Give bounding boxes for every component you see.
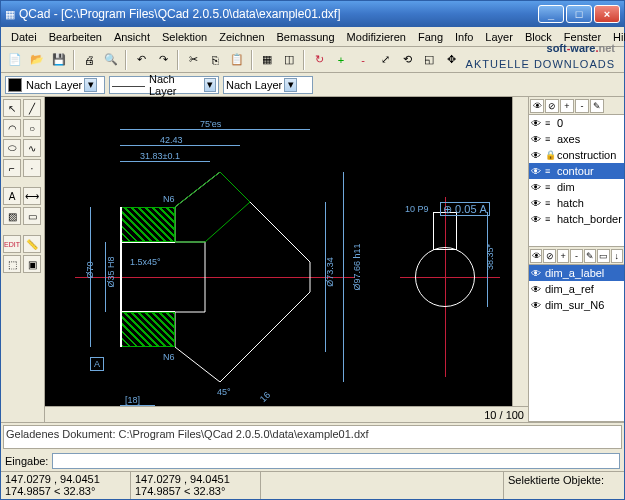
ellipse-tool[interactable]: ⬭ bbox=[3, 139, 21, 157]
select-tool[interactable]: ⬚ bbox=[3, 255, 21, 273]
menu-datei[interactable]: Datei bbox=[5, 29, 43, 45]
menu-modifizieren[interactable]: Modifizieren bbox=[341, 29, 412, 45]
zoom-window-icon[interactable]: ◱ bbox=[419, 50, 439, 70]
dim-42: 42.43 bbox=[160, 135, 183, 145]
edit-layer-icon[interactable]: ✎ bbox=[590, 99, 604, 113]
lineweight-label: Nach Layer bbox=[226, 79, 282, 91]
hide-all-blocks-icon[interactable]: ⊘ bbox=[543, 249, 555, 263]
block-tool[interactable]: ▣ bbox=[23, 255, 41, 273]
zoom-pan-icon[interactable]: ✥ bbox=[441, 50, 461, 70]
polyline-tool[interactable]: ⌐ bbox=[3, 159, 21, 177]
circle-tool[interactable]: ○ bbox=[23, 119, 41, 137]
menu-selektion[interactable]: Selektion bbox=[156, 29, 213, 45]
image-tool[interactable]: ▭ bbox=[23, 207, 41, 225]
menu-bemassung[interactable]: Bemassung bbox=[271, 29, 341, 45]
layer-row[interactable]: 👁≡hatch bbox=[529, 195, 624, 211]
eye-icon: 👁 bbox=[531, 118, 543, 129]
menu-fenster[interactable]: Fenster bbox=[558, 29, 607, 45]
block-row[interactable]: 👁dim_sur_N6 bbox=[529, 297, 624, 313]
grid-icon[interactable]: ▦ bbox=[257, 50, 277, 70]
block-row[interactable]: 👁dim_a_label bbox=[529, 265, 624, 281]
zoom-prev-icon[interactable]: ⟲ bbox=[397, 50, 417, 70]
zoom-auto-icon[interactable]: ⤢ bbox=[375, 50, 395, 70]
lineweight-combo[interactable]: Nach Layer ▾ bbox=[223, 76, 313, 94]
add-block-icon[interactable]: + bbox=[557, 249, 569, 263]
menu-layer[interactable]: Layer bbox=[479, 29, 519, 45]
layer-row[interactable]: 👁≡hatch_border bbox=[529, 211, 624, 227]
command-input[interactable] bbox=[52, 453, 620, 469]
layer-row[interactable]: 👁≡dim bbox=[529, 179, 624, 195]
remove-layer-icon[interactable]: - bbox=[575, 99, 589, 113]
layer-name: dim bbox=[557, 181, 575, 193]
dim-line bbox=[120, 145, 240, 146]
insert-block-icon[interactable]: ↓ bbox=[611, 249, 623, 263]
menu-info[interactable]: Info bbox=[449, 29, 479, 45]
line-tool[interactable]: ╱ bbox=[23, 99, 41, 117]
arc-tool[interactable]: ◠ bbox=[3, 119, 21, 137]
layer-row[interactable]: 👁🔒construction bbox=[529, 147, 624, 163]
zoom-redraw-icon[interactable]: ↻ bbox=[309, 50, 329, 70]
minimize-button[interactable]: _ bbox=[538, 5, 564, 23]
svg-marker-0 bbox=[175, 172, 310, 382]
dim-dia97: Ø97.66 h11 bbox=[352, 243, 362, 290]
eye-icon: 👁 bbox=[531, 284, 543, 295]
layer-row[interactable]: 👁≡axes bbox=[529, 131, 624, 147]
add-layer-icon[interactable]: + bbox=[560, 99, 574, 113]
eye-icon: 👁 bbox=[531, 214, 543, 225]
show-all-blocks-icon[interactable]: 👁 bbox=[530, 249, 542, 263]
menubar: Datei Bearbeiten Ansicht Selektion Zeich… bbox=[1, 27, 624, 47]
hide-all-icon[interactable]: ⊘ bbox=[545, 99, 559, 113]
new-icon[interactable]: 📄 bbox=[5, 50, 25, 70]
eye-icon: 👁 bbox=[531, 268, 543, 279]
copy-icon[interactable]: ⎘ bbox=[205, 50, 225, 70]
menu-zeichnen[interactable]: Zeichnen bbox=[213, 29, 270, 45]
edit-tool[interactable]: EDIT bbox=[3, 235, 21, 253]
menu-fang[interactable]: Fang bbox=[412, 29, 449, 45]
lock-icon: ≡ bbox=[545, 214, 555, 224]
zoom-out-icon[interactable]: - bbox=[353, 50, 373, 70]
edit-block-icon[interactable]: ▭ bbox=[597, 249, 609, 263]
dim-tool[interactable]: ⟷ bbox=[23, 187, 41, 205]
measure-tool[interactable]: 📏 bbox=[23, 235, 41, 253]
point-tool[interactable]: · bbox=[23, 159, 41, 177]
scrollbar-horizontal[interactable]: 10 / 100 bbox=[45, 406, 528, 422]
menu-block[interactable]: Block bbox=[519, 29, 558, 45]
show-all-icon[interactable]: 👁 bbox=[530, 99, 544, 113]
print-preview-icon[interactable]: 🔍 bbox=[101, 50, 121, 70]
lock-icon: ≡ bbox=[545, 118, 555, 128]
zoom-in-icon[interactable]: + bbox=[331, 50, 351, 70]
color-combo[interactable]: Nach Layer ▾ bbox=[5, 76, 105, 94]
spline-tool[interactable]: ∿ bbox=[23, 139, 41, 157]
layer-row[interactable]: 👁≡0 bbox=[529, 115, 624, 131]
dim-chamfer: 1.5x45° bbox=[130, 257, 161, 267]
layer-row[interactable]: 👁≡contour bbox=[529, 163, 624, 179]
remove-block-icon[interactable]: - bbox=[570, 249, 582, 263]
print-icon[interactable]: 🖨 bbox=[79, 50, 99, 70]
svg-marker-1 bbox=[175, 172, 250, 242]
eye-icon: 👁 bbox=[531, 198, 543, 209]
dim-line bbox=[120, 161, 210, 162]
paste-icon[interactable]: 📋 bbox=[227, 50, 247, 70]
lock-icon: ≡ bbox=[545, 198, 555, 208]
open-icon[interactable]: 📂 bbox=[27, 50, 47, 70]
redo-icon[interactable]: ↷ bbox=[153, 50, 173, 70]
undo-icon[interactable]: ↶ bbox=[131, 50, 151, 70]
status-selection: Selektierte Objekte: bbox=[504, 472, 624, 499]
linetype-combo[interactable]: ——— Nach Layer ▾ bbox=[109, 76, 219, 94]
pointer-tool[interactable]: ↖ bbox=[3, 99, 21, 117]
scrollbar-vertical[interactable] bbox=[512, 97, 528, 406]
hatch-tool[interactable]: ▨ bbox=[3, 207, 21, 225]
close-button[interactable]: × bbox=[594, 5, 620, 23]
rename-block-icon[interactable]: ✎ bbox=[584, 249, 596, 263]
menu-bearbeiten[interactable]: Bearbeiten bbox=[43, 29, 108, 45]
draft-icon[interactable]: ◫ bbox=[279, 50, 299, 70]
menu-ansicht[interactable]: Ansicht bbox=[108, 29, 156, 45]
menu-hilfe[interactable]: Hilfe bbox=[607, 29, 625, 45]
cut-icon[interactable]: ✂ bbox=[183, 50, 203, 70]
save-icon[interactable]: 💾 bbox=[49, 50, 69, 70]
text-tool[interactable]: A bbox=[3, 187, 21, 205]
hatch-area bbox=[120, 312, 175, 347]
drawing-canvas[interactable]: 75'es 42.43 31.83±0.1 1.5x45° N6 N6 Ø70 … bbox=[45, 97, 512, 406]
maximize-button[interactable]: □ bbox=[566, 5, 592, 23]
block-row[interactable]: 👁dim_a_ref bbox=[529, 281, 624, 297]
